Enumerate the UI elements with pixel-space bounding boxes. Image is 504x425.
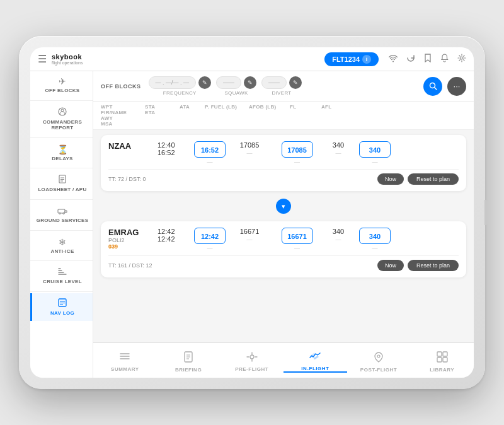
nzaa-ata-val: 16:52 <box>201 146 219 154</box>
emrag-reset-button[interactable]: Reset to plan <box>408 260 459 271</box>
chevron-down-button[interactable]: ▾ <box>276 199 291 214</box>
skybook-logo: skybook flight operations <box>52 53 83 65</box>
frequency-group: — . —/— . — ✎ FREQUENCY <box>149 76 212 96</box>
sidebar-item-ground-services[interactable]: GROUND SERVICES <box>30 201 93 229</box>
sidebar-item-anti-ice[interactable]: ❄ ANTI-ICE <box>30 232 93 260</box>
nzaa-reset-button[interactable]: Reset to plan <box>408 173 459 185</box>
tab-pre-flight[interactable]: PRE-FLIGHT <box>220 349 284 372</box>
nzaa-now-button[interactable]: Now <box>377 173 404 185</box>
nzaa-tt: TT: 72 / DST: 0 <box>108 176 374 182</box>
tab-briefing[interactable]: BRIEFING <box>157 349 220 373</box>
sidebar-item-delays[interactable]: ⏳ DELAYS <box>30 139 93 167</box>
tab-post-flight-label: POST-FLIGHT <box>360 367 397 373</box>
table-header: WPT FIR/NAME AWY MSA STAETA ATA P. FUEL … <box>93 102 474 130</box>
wpt-emrag-sub2: 039 <box>108 243 152 250</box>
sidebar-label-anti-ice: ANTI-ICE <box>50 248 74 255</box>
wifi-icon[interactable] <box>389 54 398 64</box>
sidebar-item-nav-log[interactable]: NAV LOG <box>30 293 93 322</box>
tab-in-flight[interactable]: IN-FLIGHT <box>284 349 347 373</box>
flight-id-button[interactable]: FLT1234 i <box>324 52 379 66</box>
emrag-ata-dash: — <box>207 245 213 252</box>
svg-point-29 <box>377 355 380 358</box>
sidebar-divider-3 <box>30 168 93 168</box>
nav-card-emrag: EMRAG POLI2 039 12:42 12:42 12:42 <box>101 221 466 277</box>
emrag-sta: 12:42 <box>158 228 192 235</box>
divert-edit-button[interactable]: ✎ <box>289 76 302 89</box>
header-fl: FL <box>290 104 321 127</box>
sidebar-item-loadsheet[interactable]: LOADSHEET / APU <box>30 170 93 198</box>
ground-icon <box>57 206 67 216</box>
frequency-pill: — . —/— . — <box>149 76 197 89</box>
svg-rect-8 <box>65 211 67 212</box>
emrag-card-bottom: TT: 161 / DST: 12 Now Reset to plan <box>108 255 459 271</box>
nzaa-ata-box: 16:52 <box>194 141 226 158</box>
search-button[interactable] <box>423 77 442 96</box>
tablet-device: ☰ skybook flight operations FLT1234 i <box>19 36 485 389</box>
nzaa-afl-dash: — <box>372 159 378 165</box>
emrag-eta: 12:42 <box>158 235 192 243</box>
delays-icon: ⏳ <box>57 144 68 154</box>
sidebar-item-commanders-report[interactable]: COMMANDERS REPORT <box>30 102 93 136</box>
tab-summary-label: SUMMARY <box>111 366 139 372</box>
nzaa-pfuel-col: 17085 — <box>227 141 272 156</box>
nzaa-fl-col: 340 — <box>323 141 354 156</box>
loadsheet-icon <box>58 175 67 185</box>
squawk-group: —— ✎ SQUAWK <box>216 76 256 96</box>
off-blocks-icon: ✈ <box>59 76 66 86</box>
header-sta: STAETA <box>145 104 180 127</box>
nzaa-afl-col: 340 — <box>359 141 391 165</box>
squawk-label: SQUAWK <box>224 90 248 96</box>
emrag-ata-col: 12:42 — <box>197 228 222 252</box>
divert-input-row: —— ✎ <box>261 76 302 89</box>
squawk-edit-button[interactable]: ✎ <box>244 76 256 89</box>
flight-id-text: FLT1234 <box>332 55 360 63</box>
library-icon <box>437 351 448 365</box>
squawk-pill: —— <box>216 76 241 89</box>
emrag-afl-dash: — <box>372 245 378 252</box>
controls-bar: OFF BLOCKS — . —/— . — ✎ FREQUENCY <box>93 71 474 102</box>
bookmark-icon[interactable] <box>424 54 432 64</box>
emrag-pfuel-dash: — <box>247 236 253 243</box>
sidebar-label-delays: DELAYS <box>52 156 73 162</box>
sidebar-divider-2 <box>30 137 93 138</box>
divert-pill: —— <box>261 76 287 89</box>
more-options-button[interactable]: ··· <box>447 77 466 96</box>
frequency-edit-button[interactable]: ✎ <box>198 76 211 89</box>
tab-briefing-label: BRIEFING <box>175 367 202 373</box>
tab-summary[interactable]: SUMMARY <box>93 349 157 372</box>
nav-rows-area: NZAA 12:40 16:52 16:52 — <box>93 130 474 342</box>
svg-point-24 <box>250 355 254 359</box>
tab-library[interactable]: LIBRARY <box>410 349 474 373</box>
sidebar-divider-4 <box>30 199 93 200</box>
svg-rect-31 <box>443 352 447 356</box>
emrag-ata-box: 12:42 <box>194 228 226 244</box>
brand-name: skybook <box>52 53 83 61</box>
bell-icon[interactable] <box>440 54 449 64</box>
nzaa-fl-val: 340 <box>333 141 344 149</box>
brand-tagline: flight operations <box>52 61 83 65</box>
nzaa-pfuel-dash: — <box>247 150 253 156</box>
nav-log-icon <box>58 298 67 309</box>
bottom-tabs: SUMMARY BRIEFING <box>93 342 474 378</box>
nzaa-afob-box: 17085 <box>282 141 313 158</box>
emrag-tt: TT: 161 / DST: 12 <box>108 262 374 269</box>
emrag-pfuel-val: 16671 <box>240 228 260 235</box>
sidebar-divider-5 <box>30 230 93 231</box>
sidebar-item-cruise-level[interactable]: CRUISE LEVEL <box>30 262 93 290</box>
sidebar-divider-1 <box>30 100 93 101</box>
refresh-icon[interactable] <box>406 54 415 64</box>
header-afob: AFOB (lb) <box>249 104 290 127</box>
tab-post-flight[interactable]: POST-FLIGHT <box>347 349 411 373</box>
frequency-value: — . —/— . — <box>156 79 190 86</box>
tab-pre-flight-label: PRE-FLIGHT <box>235 366 268 372</box>
frequency-input-row: — . —/— . — ✎ <box>149 76 212 89</box>
wpt-nzaa-name: NZAA <box>108 141 152 151</box>
sidebar-item-off-blocks[interactable]: ✈ OFF BLOCKS <box>30 71 93 99</box>
menu-icon[interactable]: ☰ <box>38 53 47 65</box>
sidebar-label-ground: GROUND SERVICES <box>37 218 89 224</box>
emrag-now-button[interactable]: Now <box>377 260 404 271</box>
nzaa-card-bottom: TT: 72 / DST: 0 Now Reset to plan <box>108 169 459 185</box>
tablet-screen: ☰ skybook flight operations FLT1234 i <box>30 47 474 378</box>
main-area: ✈ OFF BLOCKS COMMANDERS REPORT <box>30 71 474 378</box>
settings-icon[interactable] <box>457 54 466 64</box>
